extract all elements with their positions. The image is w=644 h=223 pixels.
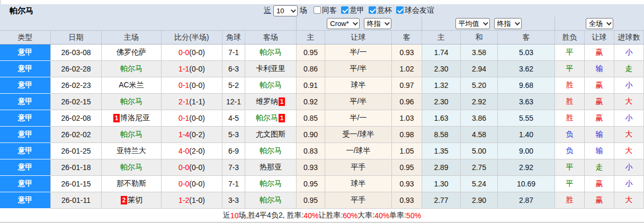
table-row: 意甲26-01-112莱切1-2(1-0)3-3帕尔马0.95平手0.932.7… [0,192,644,209]
asia-handicap: 平/半 [325,94,392,110]
euro-odds-source-cell: 平均值终指 [422,17,555,30]
col-score: 比分(半场) [162,31,222,44]
result-handicap: 输 [585,127,614,143]
match-rows: 意甲26-03-08佛罗伦萨0-0(0-0)7-1帕尔马0.95半/一0.931… [0,44,644,209]
asia-odds-select-1[interactable]: 终指 [364,18,391,29]
asia-away-odds: 0.96 [392,94,422,110]
filter-empty-cell [0,17,297,30]
filter-checkbox-1[interactable] [341,6,348,14]
col-home: 主场 [102,31,162,44]
away-team: 帕尔马1 [245,110,297,127]
odds-filter-row: Crow*终指 平均值终指 全场 [0,17,644,31]
euro-odds-select-1[interactable]: 终指 [494,18,522,29]
asia-handicap: 平手 [325,159,392,176]
col-type: 类型 [0,31,51,44]
euro-away-odds: 3.62 [498,61,555,77]
matches-count-select[interactable]: 10 [273,5,298,16]
col-result: 胜负 [555,31,585,44]
away-team-name: 帕尔马 [260,146,282,156]
score-cell: 1-2(1-0) [162,192,222,209]
euro-draw-odds: 3.58 [461,44,498,61]
col-asia-handicap: 让球 [325,31,392,44]
corner-count: 6-3 [222,61,245,77]
filter-checkbox-label-0: 同客 [322,6,337,14]
asia-handicap: 受一/球半 [325,127,392,143]
table-row: 意甲26-01-18帕尔马0-0(0-0)7-3热那亚0.93平手0.952.8… [0,159,644,176]
fulltime-score: 4-0 [178,147,189,155]
euro-away-odds: 3.63 [498,94,555,110]
score-cell: 1-4(0-2) [162,127,222,143]
asia-home-odds: 0.93 [297,159,325,176]
asia-away-odds: 0.97 [392,77,422,94]
asia-away-odds: 0.93 [392,44,422,61]
result-goals: 走 [614,61,644,77]
column-header-row: 类型日期主场比分(半场)角球客场主让球客主和客胜负让球进球数 [0,31,644,44]
result-goals: 大 [614,94,644,110]
filter-checkbox-label-3: 球会友谊 [405,6,434,14]
asia-home-odds: 0.92 [297,94,325,110]
asia-odds-select-0-value: Crow* [330,20,348,28]
match-date: 26-01-25 [51,143,102,159]
asia-away-odds: 1.02 [392,61,422,77]
euro-draw-odds: 2.94 [461,61,498,77]
euro-draw-odds: 3.86 [461,110,498,127]
euro-away-odds: 2.87 [498,192,555,209]
score-cell: 4-0(2-0) [162,143,222,159]
result-wdl: 胜 [555,192,585,209]
asia-home-odds: 0.95 [297,192,325,209]
home-team: 佛罗伦萨 [102,44,162,61]
euro-away-odds: 2.92 [498,159,555,176]
away-team: 帕尔马 [245,176,297,192]
summary-bar: 近10场,胜4平4负2, 胜率:40% 让胜率:60% 大率:40% 单率:50… [0,209,644,222]
scope-select[interactable]: 全场 [586,18,613,29]
euro-away-odds: 9.00 [498,143,555,159]
table-row: 意甲26-01-25亚特兰大4-0(2-0)6-9帕尔马0.83一/球半1.05… [0,143,644,159]
asia-handicap: 球半 [325,176,392,192]
summary-segment-2: 场,胜4平4负2, 胜率: [238,211,303,220]
asia-odds-source-cell: Crow*终指 [297,17,422,30]
euro-draw-odds: 2.75 [461,159,498,176]
result-goals: 小 [614,159,644,176]
result-handicap: 输 [585,61,614,77]
home-team: 那不勒斯 [102,176,162,192]
filter-checkbox-3[interactable] [396,6,404,14]
fulltime-score: 1-4 [178,130,189,139]
home-team-name: AC米兰 [119,81,144,90]
asia-handicap: 平/半 [325,61,392,77]
home-team: 帕尔马 [102,159,162,176]
match-date: 26-02-02 [51,127,102,143]
near-link[interactable]: 近 [264,6,271,15]
summary-segment-3: 40% [303,211,318,220]
euro-home-odds: 8.58 [422,127,461,143]
asia-odds-select-0[interactable]: Crow* [327,18,359,29]
result-wdl: 胜 [555,94,585,110]
fulltime-score: 0-1 [178,81,189,90]
match-date: 26-01-18 [51,159,102,176]
result-wdl: 负 [555,127,585,143]
chevron-down-icon [291,7,296,13]
filter-checkbox-0[interactable] [314,6,321,14]
euro-odds-select-0[interactable]: 平均值 [455,18,490,29]
euro-away-odds: 9.68 [498,77,555,94]
home-team-name: 帕尔马 [120,97,142,106]
away-team-name: 帕尔马 [260,179,282,189]
euro-draw-odds: 2.90 [461,192,498,209]
summary-segment-0: 近 [223,211,230,220]
table-row: 意甲26-03-08佛罗伦萨0-0(0-0)7-1帕尔马0.95半/一0.931… [0,44,644,61]
league-cell: 意甲 [0,192,51,209]
score-cell: 0-1(0-0) [162,77,222,94]
summary-segment-1: 10 [230,211,239,220]
euro-home-odds: 1.74 [422,44,461,61]
away-team-name: 热那亚 [260,163,282,172]
result-wdl: 平 [555,61,585,77]
table-row: 意甲26-02-28帕尔马1-1(0-0)6-3卡利亚里0.86平/半1.022… [0,61,644,77]
red-card-badge: 1 [113,114,120,122]
filter-checkbox-2[interactable] [369,6,376,14]
home-team-name: 亚特兰大 [117,146,146,156]
chevron-down-icon [606,20,612,25]
recent-matches-panel: 帕尔马 近 10 场 同客意甲意杯球会友谊 Crow*终指 平均值终指 全场 类… [0,4,644,223]
away-team-name: 卡利亚里 [256,64,285,74]
result-handicap: 输 [585,143,614,159]
euro-odds-select-1-value: 终指 [497,19,511,29]
asia-home-odds: 0.91 [297,77,325,94]
